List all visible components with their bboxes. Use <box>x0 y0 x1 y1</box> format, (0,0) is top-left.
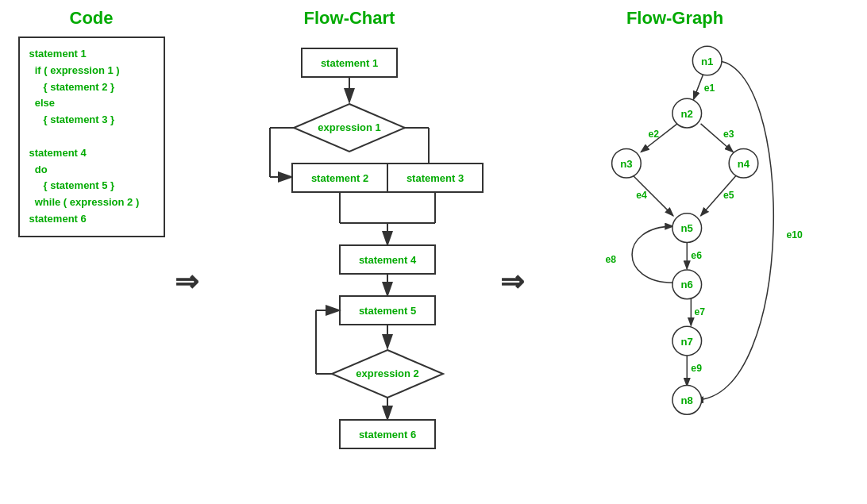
svg-text:e2: e2 <box>648 129 659 140</box>
svg-text:e10: e10 <box>786 229 803 240</box>
flowgraph-svg: e10 e1 e2 e3 e4 e5 e6 e7 e8 <box>524 37 826 497</box>
svg-text:n2: n2 <box>681 108 693 120</box>
svg-text:n3: n3 <box>620 158 632 170</box>
arrow-2-container: ⇒ <box>500 32 524 492</box>
code-line-8: { statement 5 } <box>29 178 154 194</box>
svg-text:expression 2: expression 2 <box>356 367 419 379</box>
code-line-3: { statement 2 } <box>29 79 154 96</box>
code-line-5: { statement 3 } <box>29 112 154 129</box>
svg-text:e6: e6 <box>691 250 702 261</box>
svg-text:statement 5: statement 5 <box>359 305 416 317</box>
svg-text:n5: n5 <box>681 222 693 234</box>
flowchart-section: Flow-Chart statement 1 expression 1 <box>198 8 500 497</box>
svg-line-36 <box>693 75 703 100</box>
svg-text:statement 6: statement 6 <box>359 429 416 441</box>
svg-text:statement 3: statement 3 <box>407 172 464 184</box>
code-line-2: if ( expression 1 ) <box>29 63 154 79</box>
code-line-1: statement 1 <box>29 46 154 63</box>
svg-text:statement 1: statement 1 <box>321 57 378 69</box>
arrow-2: ⇒ <box>500 265 524 298</box>
main-container: Code statement 1 if ( expression 1 ) { s… <box>0 0 867 504</box>
code-line-blank <box>29 129 154 145</box>
svg-text:n8: n8 <box>681 394 693 406</box>
flowgraph-section: Flow-Graph e10 e1 e2 e3 e4 <box>524 8 826 497</box>
code-line-4: else <box>29 95 154 112</box>
svg-text:e7: e7 <box>694 306 705 317</box>
code-line-6: statement 4 <box>29 145 154 162</box>
svg-text:e4: e4 <box>636 190 647 201</box>
code-line-9: while ( expression 2 ) <box>29 194 154 211</box>
arrow-1: ⇒ <box>175 265 198 298</box>
svg-text:n7: n7 <box>681 336 693 348</box>
code-line-7: do <box>29 162 154 179</box>
flowgraph-title: Flow-Graph <box>626 8 723 29</box>
svg-text:statement 4: statement 4 <box>359 254 417 266</box>
flowchart-title: Flow-Chart <box>304 8 395 29</box>
code-title: Code <box>70 8 114 29</box>
code-line-10: statement 6 <box>29 211 154 228</box>
svg-text:e1: e1 <box>704 83 715 94</box>
svg-text:e5: e5 <box>723 190 734 201</box>
svg-text:e3: e3 <box>723 129 734 140</box>
svg-text:e9: e9 <box>691 363 702 374</box>
flowchart-svg: statement 1 expression 1 statement 2 sta… <box>198 37 500 497</box>
arrow-1-container: ⇒ <box>175 32 198 492</box>
svg-text:expression 1: expression 1 <box>318 121 381 133</box>
svg-line-38 <box>641 124 677 152</box>
svg-text:statement 2: statement 2 <box>311 172 368 184</box>
svg-text:n6: n6 <box>681 279 693 290</box>
code-section: Code statement 1 if ( expression 1 ) { s… <box>0 8 175 237</box>
svg-text:n1: n1 <box>701 56 713 67</box>
svg-text:e8: e8 <box>605 254 616 265</box>
code-box: statement 1 if ( expression 1 ) { statem… <box>18 37 165 237</box>
svg-text:n4: n4 <box>738 158 750 170</box>
